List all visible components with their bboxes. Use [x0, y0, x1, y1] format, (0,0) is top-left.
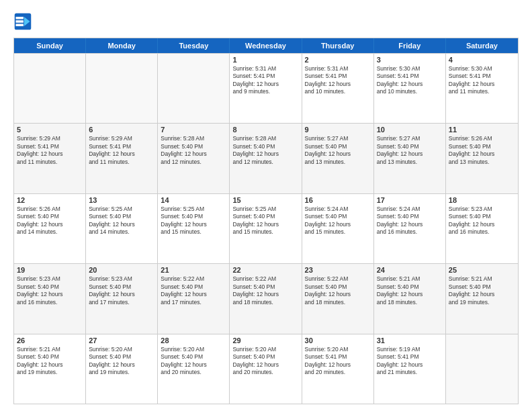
- header-day-saturday: Saturday: [446, 38, 518, 53]
- day-number: 14: [161, 196, 226, 204]
- header-day-wednesday: Wednesday: [230, 38, 302, 53]
- cell-text-line: Sunrise: 5:28 AM: [161, 135, 226, 142]
- cell-text-line: Daylight: 12 hours: [161, 150, 226, 158]
- cell-text-line: and 18 minutes.: [232, 299, 298, 306]
- cell-text-line: Daylight: 12 hours: [89, 150, 154, 158]
- cell-text-line: and 14 minutes.: [17, 228, 83, 236]
- day-number: 30: [305, 336, 371, 345]
- cell-text-line: and 11 minutes.: [449, 88, 515, 95]
- cal-cell-3-2: 13Sunrise: 5:25 AMSunset: 5:40 PMDayligh…: [86, 194, 158, 263]
- day-number: 16: [305, 196, 371, 204]
- day-number: 4: [449, 56, 515, 64]
- cell-text-line: Daylight: 12 hours: [449, 81, 515, 88]
- day-number: 25: [449, 266, 515, 274]
- cell-text-line: Sunset: 5:40 PM: [377, 143, 443, 150]
- cell-text-line: Sunrise: 5:23 AM: [17, 275, 83, 283]
- day-number: 28: [161, 336, 226, 345]
- cell-text-line: Sunset: 5:40 PM: [232, 353, 298, 361]
- logo: [13, 12, 35, 31]
- cell-text-line: and 19 minutes.: [449, 299, 515, 306]
- cell-text-line: and 12 minutes.: [161, 158, 226, 166]
- cell-text-line: and 19 minutes.: [89, 369, 154, 376]
- cell-text-line: Daylight: 12 hours: [449, 291, 515, 298]
- page: SundayMondayTuesdayWednesdayThursdayFrid…: [0, 0, 532, 411]
- cell-text-line: Sunrise: 5:25 AM: [161, 205, 226, 213]
- cell-text-line: Sunset: 5:40 PM: [89, 213, 154, 220]
- cal-cell-1-1: [14, 54, 86, 123]
- cell-text-line: and 15 minutes.: [232, 228, 298, 236]
- cal-cell-3-1: 12Sunrise: 5:26 AMSunset: 5:40 PMDayligh…: [14, 194, 86, 263]
- cell-text-line: Daylight: 12 hours: [232, 81, 298, 88]
- cell-text-line: Sunrise: 5:26 AM: [449, 135, 515, 142]
- cell-text-line: Sunrise: 5:23 AM: [89, 275, 154, 283]
- cell-text-line: and 16 minutes.: [17, 299, 83, 306]
- svg-rect-2: [16, 17, 24, 19]
- cell-text-line: Sunset: 5:40 PM: [161, 213, 226, 220]
- cell-text-line: Sunrise: 5:22 AM: [232, 275, 298, 283]
- cell-text-line: Daylight: 12 hours: [377, 81, 443, 88]
- cal-cell-3-7: 18Sunrise: 5:23 AMSunset: 5:40 PMDayligh…: [446, 194, 518, 263]
- cell-text-line: Sunrise: 5:22 AM: [305, 275, 371, 283]
- cell-text-line: Sunset: 5:40 PM: [89, 353, 154, 361]
- day-number: 9: [305, 126, 371, 134]
- day-number: 10: [377, 126, 443, 134]
- day-number: 27: [89, 336, 154, 345]
- cell-text-line: Daylight: 12 hours: [161, 361, 226, 369]
- cell-text-line: Sunset: 5:40 PM: [161, 283, 226, 291]
- cell-text-line: Sunrise: 5:28 AM: [232, 135, 298, 142]
- day-number: 7: [161, 126, 226, 134]
- cell-text-line: Sunset: 5:40 PM: [377, 213, 443, 220]
- cell-text-line: Sunrise: 5:29 AM: [17, 135, 83, 142]
- cal-cell-4-4: 22Sunrise: 5:22 AMSunset: 5:40 PMDayligh…: [230, 264, 302, 333]
- day-number: 21: [161, 266, 226, 274]
- header-day-tuesday: Tuesday: [158, 38, 230, 53]
- cell-text-line: Sunset: 5:40 PM: [17, 353, 83, 361]
- day-number: 22: [232, 266, 298, 274]
- cell-text-line: Sunrise: 5:21 AM: [17, 346, 83, 353]
- cell-text-line: and 11 minutes.: [17, 158, 83, 166]
- svg-rect-4: [16, 24, 24, 27]
- cell-text-line: and 20 minutes.: [161, 369, 226, 376]
- day-number: 19: [17, 266, 83, 274]
- cell-text-line: and 17 minutes.: [89, 299, 154, 306]
- cell-text-line: Daylight: 12 hours: [305, 221, 371, 228]
- cell-text-line: Sunset: 5:41 PM: [377, 353, 443, 361]
- cal-cell-4-3: 21Sunrise: 5:22 AMSunset: 5:40 PMDayligh…: [158, 264, 230, 333]
- cell-text-line: and 16 minutes.: [449, 228, 515, 236]
- cell-text-line: Daylight: 12 hours: [89, 291, 154, 298]
- cell-text-line: Sunset: 5:40 PM: [232, 143, 298, 150]
- cal-cell-2-7: 11Sunrise: 5:26 AMSunset: 5:40 PMDayligh…: [446, 124, 518, 193]
- day-number: 18: [449, 196, 515, 204]
- cell-text-line: Sunrise: 5:20 AM: [89, 346, 154, 353]
- header-day-friday: Friday: [374, 38, 446, 53]
- header: [13, 12, 519, 31]
- calendar-row-1: 1Sunrise: 5:31 AMSunset: 5:41 PMDaylight…: [14, 53, 518, 123]
- day-number: 17: [377, 196, 443, 204]
- cal-cell-5-5: 30Sunrise: 5:20 AMSunset: 5:41 PMDayligh…: [302, 334, 374, 404]
- cal-cell-2-1: 5Sunrise: 5:29 AMSunset: 5:41 PMDaylight…: [14, 124, 86, 193]
- cell-text-line: Daylight: 12 hours: [232, 291, 298, 298]
- cell-text-line: Sunrise: 5:21 AM: [449, 275, 515, 283]
- cell-text-line: Sunrise: 5:30 AM: [449, 65, 515, 73]
- cal-cell-1-5: 2Sunrise: 5:31 AMSunset: 5:41 PMDaylight…: [302, 54, 374, 123]
- cell-text-line: Daylight: 12 hours: [17, 291, 83, 298]
- cal-cell-2-5: 9Sunrise: 5:27 AMSunset: 5:40 PMDaylight…: [302, 124, 374, 193]
- cal-cell-2-2: 6Sunrise: 5:29 AMSunset: 5:41 PMDaylight…: [86, 124, 158, 193]
- cell-text-line: Daylight: 12 hours: [17, 221, 83, 228]
- cell-text-line: Sunset: 5:41 PM: [449, 73, 515, 80]
- cell-text-line: Daylight: 12 hours: [161, 221, 226, 228]
- cell-text-line: and 11 minutes.: [89, 158, 154, 166]
- cell-text-line: Sunrise: 5:26 AM: [17, 205, 83, 213]
- cell-text-line: Daylight: 12 hours: [17, 150, 83, 158]
- day-number: 29: [232, 336, 298, 345]
- cal-cell-3-6: 17Sunrise: 5:24 AMSunset: 5:40 PMDayligh…: [374, 194, 446, 263]
- cell-text-line: Sunset: 5:40 PM: [449, 213, 515, 220]
- cell-text-line: and 21 minutes.: [377, 369, 443, 376]
- calendar-row-4: 19Sunrise: 5:23 AMSunset: 5:40 PMDayligh…: [14, 263, 518, 333]
- cell-text-line: and 16 minutes.: [377, 228, 443, 236]
- cell-text-line: Daylight: 12 hours: [377, 150, 443, 158]
- cell-text-line: and 17 minutes.: [161, 299, 226, 306]
- calendar-row-2: 5Sunrise: 5:29 AMSunset: 5:41 PMDaylight…: [14, 123, 518, 193]
- cal-cell-5-7: [446, 334, 518, 404]
- cell-text-line: and 13 minutes.: [305, 158, 371, 166]
